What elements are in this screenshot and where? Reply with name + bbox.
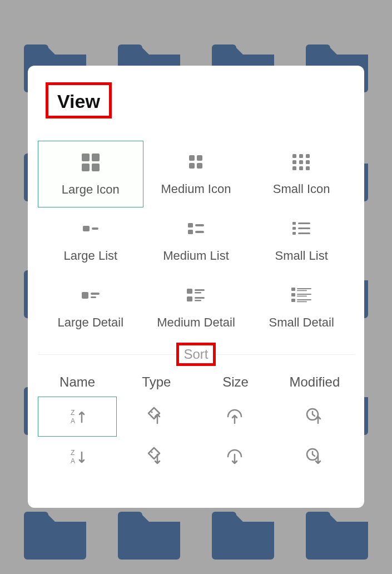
view-option-label: Medium Detail [157,315,235,330]
sort-time-desc-icon [304,447,326,467]
svg-rect-44 [291,299,295,302]
detail-large-icon [78,282,103,309]
svg-rect-21 [188,230,193,234]
svg-rect-40 [297,290,307,291]
svg-rect-33 [195,289,205,291]
svg-rect-11 [292,160,296,164]
sort-type-desc[interactable] [117,437,196,477]
sort-modified-asc[interactable] [275,397,354,437]
svg-rect-24 [298,222,310,224]
svg-rect-20 [195,224,204,226]
view-option-label: Large Icon [62,182,120,197]
list-small-icon [289,215,314,242]
sort-tag-asc-icon [145,407,167,427]
svg-rect-17 [83,226,90,231]
sort-label: Sort [183,347,208,362]
svg-rect-30 [91,293,100,295]
view-option-medium-icon[interactable]: Medium Icon [143,141,249,207]
svg-text:Z: Z [71,449,75,457]
svg-rect-19 [188,223,193,227]
view-option-label: Small List [275,249,328,263]
sort-size-asc-icon [225,407,247,427]
sort-size-asc[interactable] [196,397,275,437]
list-large-icon [78,215,103,242]
view-option-medium-list[interactable]: Medium List [143,207,249,274]
grid-large-icon [78,149,103,176]
svg-point-53 [151,451,153,453]
view-option-large-list[interactable]: Large List [38,207,143,274]
sort-type-asc[interactable] [117,397,196,437]
sort-modified-desc[interactable] [275,437,354,477]
svg-rect-41 [291,293,295,296]
svg-rect-43 [297,296,307,297]
list-medium-icon [183,215,208,242]
svg-rect-26 [298,227,310,229]
svg-text:A: A [71,417,75,425]
view-option-label: Large Detail [58,315,124,330]
sort-size-desc-icon [225,447,247,467]
svg-rect-15 [299,166,303,170]
svg-rect-2 [82,164,90,171]
svg-rect-31 [91,296,96,298]
view-option-label: Medium Icon [161,182,231,196]
sort-size-desc[interactable] [196,437,275,477]
svg-rect-18 [92,227,98,230]
svg-rect-16 [306,166,310,170]
view-options-grid: Large Icon Medium Icon Small Icon Larg [38,141,354,341]
svg-rect-13 [306,160,310,164]
svg-rect-42 [297,294,311,295]
sort-column-size: Size [196,370,275,394]
svg-rect-39 [297,288,311,289]
view-option-small-icon[interactable]: Small Icon [249,141,354,207]
view-option-large-icon[interactable]: Large Icon [38,141,143,207]
grid-small-icon [289,149,314,175]
svg-rect-0 [82,154,90,161]
view-option-large-detail[interactable]: Large Detail [38,274,143,341]
dialog-title-highlight: View [46,82,112,118]
svg-rect-29 [82,292,88,299]
view-option-small-detail[interactable]: Small Detail [249,274,354,341]
svg-rect-27 [292,232,296,235]
svg-rect-9 [299,154,303,158]
view-option-label: Small Detail [269,315,334,330]
svg-rect-36 [195,297,205,299]
detail-medium-icon [183,282,208,309]
svg-rect-7 [197,163,202,169]
sort-columns-header: Name Type Size Modified [38,370,354,394]
view-option-medium-detail[interactable]: Medium Detail [143,274,249,341]
sort-options-grid: ZA ZA [38,397,354,477]
svg-rect-32 [187,289,192,294]
svg-rect-35 [187,296,192,301]
svg-rect-3 [92,164,100,171]
grid-medium-icon [183,149,208,175]
view-option-label: Medium List [163,249,229,263]
svg-rect-5 [197,155,202,161]
view-sort-dialog: View Large Icon Medium Icon Small Ic [28,66,364,508]
view-option-label: Small Icon [273,182,330,196]
dialog-title: View [57,91,100,112]
svg-rect-1 [92,154,100,161]
svg-rect-28 [298,232,310,234]
sort-name-asc[interactable]: ZA [38,397,117,437]
sort-alpha-asc-icon: ZA [66,407,88,427]
svg-rect-4 [189,155,195,161]
sort-name-desc[interactable]: ZA [38,437,117,477]
sort-alpha-desc-icon: ZA [66,447,88,467]
svg-rect-6 [189,163,195,169]
svg-rect-14 [292,166,296,170]
svg-rect-34 [195,292,201,294]
svg-rect-8 [292,154,296,158]
view-option-small-list[interactable]: Small List [249,207,354,274]
svg-text:A: A [71,457,75,465]
view-option-label: Large List [64,249,118,263]
svg-rect-46 [297,301,307,303]
svg-text:Z: Z [71,409,75,417]
sort-column-name: Name [38,370,117,394]
svg-rect-12 [299,160,303,164]
svg-rect-22 [195,231,204,233]
sort-time-asc-icon [304,407,326,427]
sort-column-type: Type [117,370,196,394]
detail-small-icon [289,282,314,309]
svg-point-49 [151,411,153,413]
svg-rect-37 [195,300,201,301]
